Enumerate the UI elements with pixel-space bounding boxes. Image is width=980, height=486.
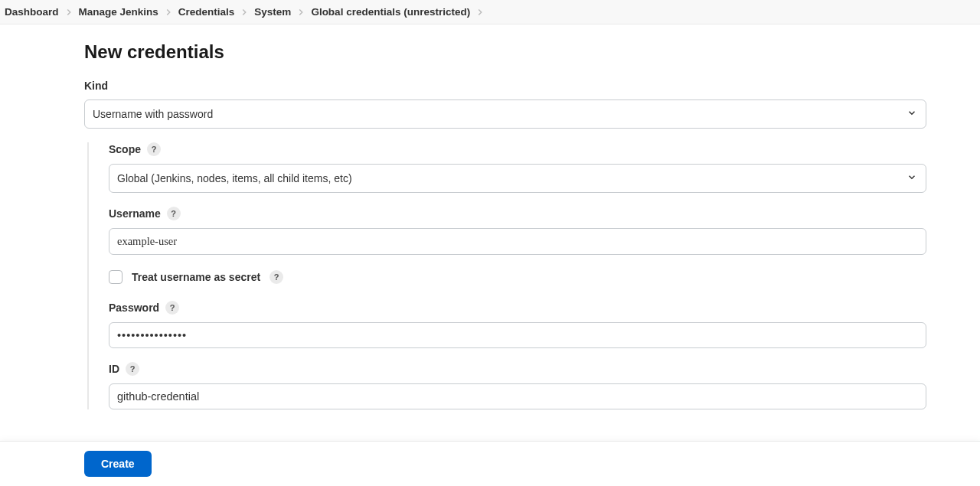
help-icon[interactable]: ?	[126, 362, 139, 376]
treat-secret-checkbox[interactable]	[109, 270, 122, 284]
chevron-right-icon	[64, 7, 74, 18]
password-label: Password ?	[109, 301, 926, 315]
username-input[interactable]	[109, 228, 926, 255]
password-input[interactable]	[109, 322, 926, 348]
scope-label: Scope ?	[109, 142, 926, 156]
id-label-text: ID	[109, 363, 119, 375]
kind-label: Kind	[84, 80, 926, 92]
scope-field: Scope ? Global (Jenkins, nodes, items, a…	[109, 142, 926, 193]
main-content: New credentials Kind Username with passw…	[84, 24, 926, 484]
help-icon[interactable]: ?	[167, 207, 181, 220]
breadcrumb-item-system[interactable]: System	[254, 6, 291, 18]
chevron-right-icon	[296, 7, 306, 18]
breadcrumb: Dashboard Manage Jenkins Credentials Sys…	[0, 0, 980, 24]
breadcrumb-item-global-credentials[interactable]: Global credentials (unrestricted)	[311, 6, 470, 18]
scope-select-wrap: Global (Jenkins, nodes, items, all child…	[109, 164, 926, 193]
bottom-action-bar: Create	[0, 441, 980, 484]
username-label: Username ?	[109, 207, 926, 220]
kind-select-wrap: Username with password	[84, 99, 926, 129]
scope-select[interactable]: Global (Jenkins, nodes, items, all child…	[109, 164, 926, 193]
help-icon[interactable]: ?	[270, 270, 283, 284]
chevron-right-icon	[239, 7, 250, 18]
kind-select[interactable]: Username with password	[84, 99, 926, 129]
id-label: ID ?	[109, 362, 926, 376]
help-icon[interactable]: ?	[147, 142, 161, 156]
create-button[interactable]: Create	[84, 451, 152, 477]
kind-label-text: Kind	[84, 80, 108, 92]
scope-label-text: Scope	[109, 143, 141, 155]
chevron-right-icon	[475, 7, 485, 18]
id-field: ID ?	[109, 362, 926, 409]
chevron-right-icon	[163, 7, 174, 18]
breadcrumb-item-credentials[interactable]: Credentials	[178, 6, 235, 18]
username-label-text: Username	[109, 207, 161, 220]
password-field: Password ?	[109, 301, 926, 348]
password-label-text: Password	[109, 302, 159, 314]
page-title: New credentials	[84, 41, 926, 63]
help-icon[interactable]: ?	[165, 301, 179, 315]
treat-secret-label: Treat username as secret	[132, 271, 260, 283]
credential-details-section: Scope ? Global (Jenkins, nodes, items, a…	[87, 142, 926, 409]
treat-secret-row: Treat username as secret ?	[109, 270, 926, 284]
username-field: Username ?	[109, 207, 926, 255]
id-input[interactable]	[109, 383, 926, 409]
kind-field: Kind Username with password	[84, 80, 926, 129]
breadcrumb-item-manage-jenkins[interactable]: Manage Jenkins	[79, 6, 158, 18]
breadcrumb-item-dashboard[interactable]: Dashboard	[5, 6, 59, 18]
